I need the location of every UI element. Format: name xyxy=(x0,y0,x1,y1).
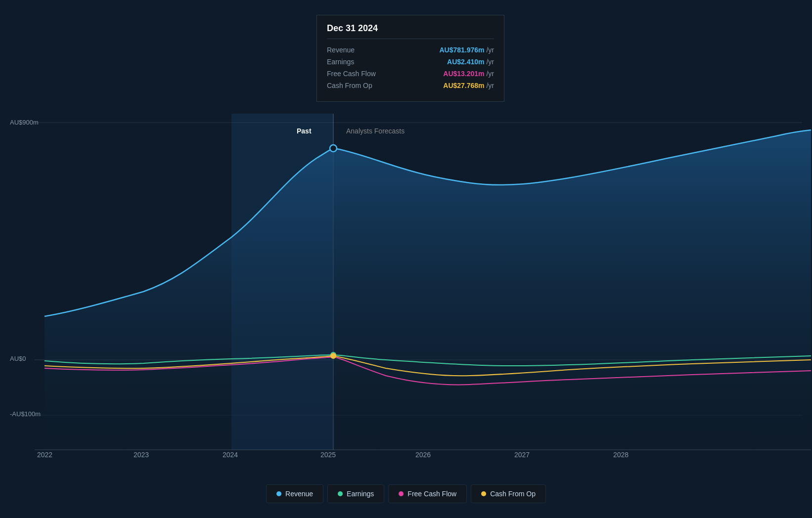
tooltip-label-cashfromop: Cash From Op xyxy=(327,82,372,89)
legend: Revenue Earnings Free Cash Flow Cash Fro… xyxy=(266,484,546,503)
tooltip-row-fcf: Free Cash Flow AU$13.201m /yr xyxy=(327,70,494,78)
y-label-900m: AU$900m xyxy=(10,119,39,126)
y-label-neg100m: -AU$100m xyxy=(10,410,41,418)
tooltip-row-earnings: Earnings AU$2.410m /yr xyxy=(327,58,494,66)
svg-point-6 xyxy=(330,145,337,152)
tooltip-label-revenue: Revenue xyxy=(327,46,355,54)
legend-item-cashfromop[interactable]: Cash From Op xyxy=(471,484,546,503)
legend-dot-revenue xyxy=(276,491,281,496)
chart-container: AU$900m AU$0 -AU$100m 2022 2023 2024 202… xyxy=(0,0,812,518)
x-label-2024: 2024 xyxy=(223,451,238,459)
tooltip-value-revenue: AU$781.976m /yr xyxy=(439,46,494,54)
x-label-2027: 2027 xyxy=(514,451,530,459)
x-label-2028: 2028 xyxy=(613,451,629,459)
y-label-0: AU$0 xyxy=(10,355,26,362)
svg-point-8 xyxy=(331,353,336,358)
x-label-2023: 2023 xyxy=(134,451,149,459)
legend-dot-fcf xyxy=(399,491,404,496)
tooltip-value-fcf: AU$13.201m /yr xyxy=(443,70,494,78)
legend-label-earnings: Earnings xyxy=(347,490,374,498)
legend-item-earnings[interactable]: Earnings xyxy=(327,484,384,503)
tooltip-value-earnings: AU$2.410m /yr xyxy=(447,58,494,66)
tooltip-title: Dec 31 2024 xyxy=(327,23,494,39)
x-label-2022: 2022 xyxy=(37,451,52,459)
tooltip: Dec 31 2024 Revenue AU$781.976m /yr Earn… xyxy=(316,15,504,102)
x-label-2025: 2025 xyxy=(320,451,336,459)
legend-item-revenue[interactable]: Revenue xyxy=(266,484,323,503)
analysts-forecasts-label: Analysts Forecasts xyxy=(346,127,405,135)
legend-label-fcf: Free Cash Flow xyxy=(407,490,456,498)
tooltip-label-earnings: Earnings xyxy=(327,58,354,66)
tooltip-row-cashfromop: Cash From Op AU$27.768m /yr xyxy=(327,82,494,89)
legend-item-fcf[interactable]: Free Cash Flow xyxy=(388,484,467,503)
legend-label-revenue: Revenue xyxy=(285,490,313,498)
legend-dot-earnings xyxy=(338,491,343,496)
past-label: Past xyxy=(297,127,312,135)
tooltip-label-fcf: Free Cash Flow xyxy=(327,70,376,78)
legend-dot-cashfromop xyxy=(481,491,486,496)
tooltip-value-cashfromop: AU$27.768m /yr xyxy=(443,82,494,89)
x-label-2026: 2026 xyxy=(415,451,431,459)
tooltip-row-revenue: Revenue AU$781.976m /yr xyxy=(327,46,494,54)
legend-label-cashfromop: Cash From Op xyxy=(490,490,536,498)
